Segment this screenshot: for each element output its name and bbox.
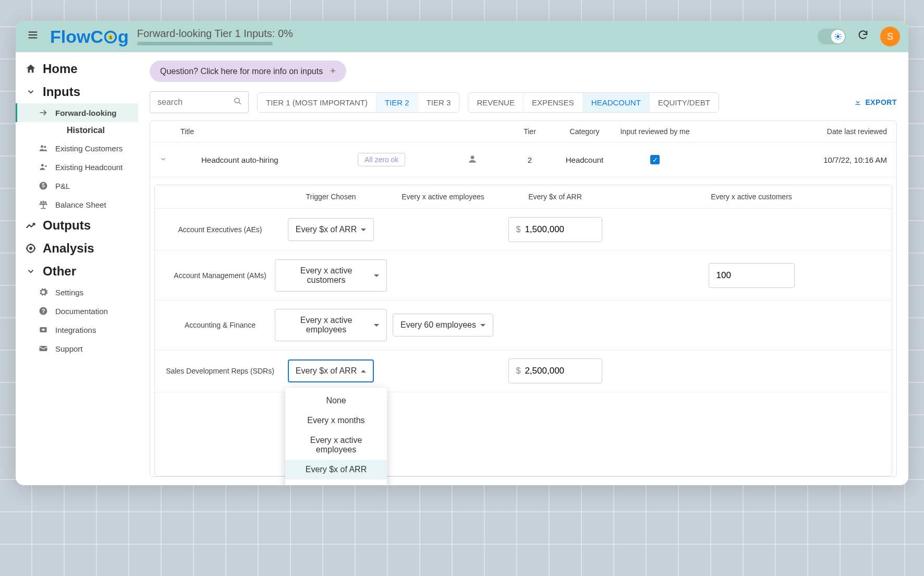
sidebar-item-pl[interactable]: $ P&L [16, 176, 138, 195]
category-tab-group: REVENUE EXPENSES HEADCOUNT EQUITY/DEBT [468, 92, 719, 113]
caret-down-icon [374, 274, 379, 277]
nav-home[interactable]: Home [16, 57, 138, 80]
tier-tab-group: TIER 1 (MOST IMPORTANT) TIER 2 TIER 3 [257, 92, 459, 113]
cust-field[interactable] [716, 270, 779, 281]
menu-button[interactable] [24, 26, 42, 47]
tab-expenses[interactable]: EXPENSES [524, 93, 583, 112]
sidebar-item-integrations[interactable]: Integrations [16, 320, 138, 339]
refresh-button[interactable] [854, 26, 872, 47]
tab-tier3[interactable]: TIER 3 [418, 93, 459, 112]
detail-row-label: Account Executives (AEs) [155, 225, 275, 234]
sidebar-item-label: P&L [55, 182, 70, 190]
search-box [150, 91, 249, 113]
dropdown-option-none[interactable]: None [285, 391, 387, 411]
sidebar-item-forward-looking[interactable]: Forward-looking [16, 103, 138, 122]
sidebar-item-support[interactable]: Support [16, 339, 138, 358]
dropdown-option-months[interactable]: Every x months [285, 411, 387, 430]
sidebar-item-settings[interactable]: Settings [16, 283, 138, 302]
logo-flow: Flow [50, 27, 90, 47]
dropdown-option-arr[interactable]: Every $x of ARR [285, 460, 387, 479]
th-title: Title [180, 127, 358, 136]
nav-other-label: Other [43, 264, 76, 279]
sidebar-item-label: Existing Customers [55, 144, 123, 153]
table-row[interactable]: Headcount auto-hiring All zero ok 2 Head… [150, 142, 896, 177]
select-value: Every $x of ARR [296, 225, 357, 234]
app-window: FlowC$g Forward-looking Tier 1 Inputs: 0… [16, 21, 908, 485]
sidebar-item-documentation[interactable]: ? Documentation [16, 302, 138, 320]
select-value: Every x active employees [283, 316, 370, 334]
expand-caret[interactable] [160, 155, 180, 164]
sidebar-item-existing-customers[interactable]: Existing Customers [16, 139, 138, 158]
nav-inputs[interactable]: Inputs [16, 80, 138, 103]
th-tier: Tier [509, 127, 551, 136]
sidebar-item-label: Support [55, 344, 83, 353]
progress-bar [137, 42, 273, 45]
nav-other[interactable]: Other [16, 260, 138, 283]
page-title: Forward-looking Tier 1 Inputs: 0% [137, 28, 293, 40]
arr-input-sdr[interactable]: $ [508, 358, 602, 383]
arr-field[interactable] [525, 366, 587, 376]
integration-icon [38, 324, 49, 335]
dh-emp: Every x active employees [387, 193, 499, 201]
svg-point-13 [44, 146, 46, 148]
svg-text:?: ? [42, 308, 45, 314]
scale-icon [38, 199, 49, 210]
export-button[interactable]: EXPORT [854, 98, 897, 107]
caret-down-icon [480, 324, 485, 327]
trigger-select-af[interactable]: Every x active employees [275, 309, 387, 341]
nav-outputs[interactable]: Outputs [16, 214, 138, 237]
svg-point-12 [41, 145, 43, 148]
info-pill-text: Question? Click here for more info on in… [160, 67, 323, 76]
svg-line-8 [835, 34, 836, 34]
select-value: Every 60 employees [400, 320, 476, 330]
svg-line-10 [835, 38, 836, 39]
th-category: Category [551, 127, 618, 136]
tab-revenue[interactable]: REVENUE [468, 93, 524, 112]
arr-field[interactable] [525, 224, 587, 235]
sidebar-item-label: Balance Sheet [55, 200, 106, 209]
tab-equity-debt[interactable]: EQUITY/DEBT [650, 93, 719, 112]
sidebar-item-historical[interactable]: Historical [16, 122, 138, 139]
arr-input-ae[interactable]: $ [508, 217, 602, 242]
reviewed-checkbox[interactable]: ✓ [650, 155, 660, 164]
trigger-select-ae[interactable]: Every $x of ARR [288, 218, 374, 241]
svg-rect-22 [42, 329, 45, 330]
trigger-select-sdr[interactable]: Every $x of ARR [288, 359, 374, 382]
caret-down-icon [361, 229, 366, 231]
sidebar-item-balance-sheet[interactable]: Balance Sheet [16, 195, 138, 214]
detail-header: Trigger Chosen Every x active employees … [155, 185, 892, 209]
svg-rect-23 [40, 346, 47, 351]
info-pill[interactable]: Question? Click here for more info on in… [150, 61, 346, 82]
tab-headcount[interactable]: HEADCOUNT [583, 93, 650, 112]
nav-analysis[interactable]: Analysis [16, 237, 138, 260]
gear-icon [38, 286, 49, 298]
logo: FlowC$g [50, 27, 129, 47]
detail-row-ae: Account Executives (AEs) Every $x of ARR… [155, 209, 892, 251]
sidebar: Home Inputs Forward-looking Historical E… [16, 52, 138, 485]
th-reviewed: Input reviewed by me [618, 127, 691, 136]
caret-down-icon [374, 324, 379, 327]
svg-point-25 [471, 155, 475, 159]
emp-select-af[interactable]: Every 60 employees [393, 314, 493, 337]
mail-icon [38, 343, 49, 354]
person-add-icon [38, 161, 49, 173]
avatar[interactable]: S [880, 27, 900, 46]
dropdown-option-emp[interactable]: Every x active employees [285, 430, 387, 460]
search-input[interactable] [150, 91, 249, 113]
sidebar-item-existing-headcount[interactable]: Existing Headcount [16, 158, 138, 176]
people-icon [38, 142, 49, 154]
theme-toggle[interactable] [818, 29, 846, 44]
dropdown-option-cust[interactable]: Every x active customers [285, 479, 387, 485]
chevron-down-icon [25, 86, 37, 98]
row-title: Headcount auto-hiring [180, 155, 358, 164]
svg-point-3 [836, 35, 839, 38]
sidebar-item-label: Settings [55, 288, 83, 297]
select-value: Every $x of ARR [296, 366, 357, 376]
tab-tier2[interactable]: TIER 2 [376, 93, 418, 112]
cust-input-am[interactable] [709, 263, 795, 288]
trigger-select-am[interactable]: Every x active customers [275, 259, 387, 292]
tab-tier1[interactable]: TIER 1 (MOST IMPORTANT) [258, 93, 376, 112]
sun-icon [831, 30, 845, 43]
logo-c: C [90, 27, 103, 47]
svg-line-11 [840, 34, 840, 34]
